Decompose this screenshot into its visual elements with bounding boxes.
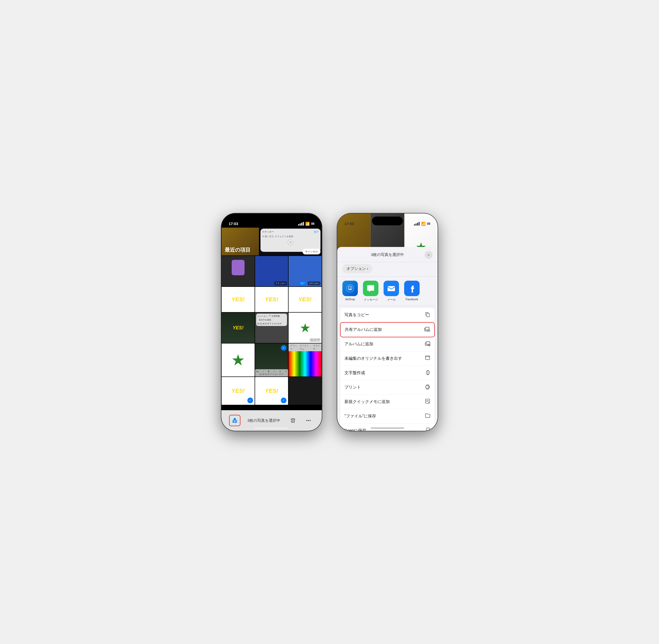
action-save-keep[interactable]: Keepに保存 [340,423,434,431]
signal-bar-1 [298,224,299,226]
grid-cell-1-1[interactable]: ステッカー [255,256,288,286]
yes-text-3: YES! [298,296,311,303]
messages-icon [363,281,378,296]
signal-bars-right [414,222,420,226]
battery-left: 86 [311,222,314,226]
print-label: プリント [345,385,361,390]
svg-rect-11 [426,341,430,344]
save-files-label: "ファイル"に保存 [345,414,376,419]
action-print[interactable]: プリント [340,380,434,395]
save-files-icon [425,413,430,420]
grid-cell-1-0[interactable] [221,256,255,286]
left-iphone: 17:03 📶 86 [221,213,322,431]
action-save-files[interactable]: "ファイル"に保存 [340,409,434,423]
signal-bar-r3 [417,223,418,226]
airdrop-icon [343,281,358,296]
copy-photo-label: 写真をコピー [345,312,369,318]
add-album-label: アルバムに追加 [345,341,373,347]
grid-cell-3-0[interactable]: YES! [221,312,255,343]
selected-check: ✓ [281,345,286,351]
signal-bar-r1 [414,224,415,226]
action-shared-album[interactable]: 共有アルバムに追加 [340,322,435,337]
grid-row-5: YES! ✓ YES! ✓ [221,377,322,405]
action-export-original[interactable]: 未編集のオリジナルを書き出す [340,351,434,366]
shared-album-label: 共有アルバムに追加 [345,327,382,332]
svg-rect-13 [425,355,430,360]
grid-cell-4-1[interactable]: Aa⁞⊞□⊙✕ Q W E R T Y U I O P ✓ [255,343,288,377]
grid-cell-5-2[interactable] [288,377,322,405]
action-watch-face[interactable]: 文字盤作成 [340,366,434,380]
selected-check-bottom1: ✓ [248,397,253,403]
sticker-tab2: エフェクトを追加 [275,235,293,238]
dynamic-island-right [372,216,403,225]
star-large: ★ [231,351,245,369]
grid-cell-4-0[interactable]: ★ [221,343,255,377]
grid-cell-3-1[interactable]: メンション📍 位置情報 加文字を検索 W Q W E R T Y U I O P [255,312,288,343]
grid-cell-5-1[interactable]: YES! ✓ [255,377,288,405]
yes-text-bottom2: YES! [265,388,278,394]
grid-row-4: ★ Aa⁞⊞□⊙✕ Q W E R T Y U I O P ✓ [221,343,322,377]
grid-cell-0-1[interactable]: ステッカー 完了 ✦ 使い方入 エフェクトを追加 + [259,227,322,256]
messages-label: メッセージ [364,298,378,301]
action-copy-photo[interactable]: 写真をコピー [340,308,434,322]
grid-cell-3-2[interactable]: ★ カット✂ [288,312,322,343]
grid-row-1: ステッカー ステッカー 完了 [221,256,322,286]
options-row: オプション › [337,262,438,277]
signal-bar-r2 [416,224,417,226]
yes-text-bottom1: YES! [231,388,244,394]
home-indicator-right [371,428,404,429]
delete-button[interactable] [287,415,299,426]
photos-title: 最近の項目 [225,247,251,253]
save-keep-label: Keepに保存 [345,428,366,431]
signal-bar-2 [300,224,301,226]
grid-cell-2-0[interactable]: YES! [221,286,255,312]
grid-cell-1-2[interactable]: ステッカー 完了 [288,256,322,286]
share-app-facebook[interactable]: Facebook [404,281,420,301]
watch-face-icon [425,369,430,376]
svg-rect-6 [427,313,429,317]
svg-point-2 [308,420,309,421]
cancel-btn-top[interactable]: キャンセル [303,249,321,254]
more-button[interactable] [303,415,314,426]
yes-text-1: YES! [231,296,244,303]
facebook-label: Facebook [406,298,418,301]
grid-cell-4-2[interactable]: グリッドスペクトラムスライダ [288,343,322,377]
grid-cell-0-0[interactable]: 最近の項目 [221,227,259,256]
options-label: オプション › [347,266,368,271]
right-screen: 17:03 📶 86 [337,213,438,431]
right-iphone: 17:03 📶 86 [337,213,438,431]
airdrop-label: AirDrop [345,298,355,301]
cut-copy-menu: カット✂ [310,338,321,342]
share-app-messages[interactable]: メッセージ [363,281,378,301]
watch-face-label: 文字盤作成 [345,370,365,376]
print-icon [425,384,430,391]
options-button[interactable]: オプション › [343,264,372,273]
signal-bars-left [298,222,304,226]
copy-photo-icon [425,312,430,319]
share-header: 3枚の写真を選択中 × [337,247,438,262]
share-app-airdrop[interactable]: AirDrop [343,281,358,301]
quicknote-icon [425,398,430,405]
grid-cell-2-1[interactable]: YES! [255,286,288,312]
signal-bar-3 [301,223,302,226]
done-tag[interactable]: 完了 [299,281,306,285]
grid-cell-2-2[interactable]: YES! [288,286,322,312]
share-button[interactable] [229,415,240,426]
svg-rect-17 [425,399,430,403]
star-icon: ★ [300,321,311,335]
selection-count: 3枚の写真を選択中 [248,418,280,423]
grid-row-2: YES! YES! YES! [221,286,322,312]
export-original-label: 未編集のオリジナルを書き出す [345,356,402,361]
done-btn[interactable]: 完了 [314,230,319,234]
action-add-album[interactable]: アルバムに追加 [340,337,434,351]
share-app-mail[interactable]: メール [383,281,399,301]
action-quicknote[interactable]: 新規クイックメモに追加 [340,395,434,409]
grid-cell-5-0[interactable]: YES! ✓ [221,377,255,405]
share-close-btn[interactable]: × [425,251,432,259]
signal-bar-r4 [419,222,420,226]
shared-album-icon [424,326,430,333]
sticker-label: ステッカー [262,230,274,234]
photos-grid: 最近の項目 ステッカー 完了 ✦ 使い方入 [221,213,322,410]
share-sheet: 3枚の写真を選択中 × オプション › [337,247,438,431]
right-time: 17:03 [345,222,354,226]
